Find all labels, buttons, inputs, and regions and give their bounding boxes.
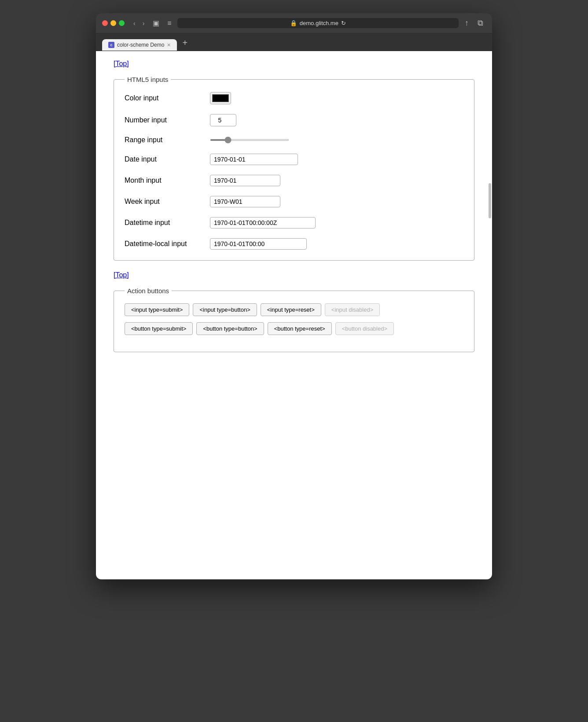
reload-icon[interactable]: ↻ <box>341 20 346 26</box>
datetime-input-row: Datetime input <box>125 217 463 228</box>
week-input-label: Week input <box>125 198 204 206</box>
datetime-local-input-row: Datetime-local input <box>125 238 463 250</box>
date-input-label: Date input <box>125 155 204 163</box>
color-input-label: Color input <box>125 94 204 102</box>
range-input-label: Range input <box>125 136 204 144</box>
html5-inputs-legend: HTML5 inputs <box>125 76 171 83</box>
range-input-row: Range input <box>125 136 463 144</box>
datetime-input[interactable] <box>210 217 316 228</box>
lock-icon: 🔒 <box>290 20 297 26</box>
datetime-input-label: Datetime input <box>125 219 204 227</box>
traffic-lights <box>102 20 125 26</box>
sidebar-toggle-button[interactable]: ▣ <box>151 18 162 28</box>
range-input[interactable] <box>210 139 289 141</box>
forward-button[interactable]: › <box>140 19 147 28</box>
number-input[interactable] <box>210 114 236 126</box>
month-input[interactable] <box>210 175 280 186</box>
date-input[interactable] <box>210 154 298 165</box>
top-link-1[interactable]: [Top] <box>114 60 129 68</box>
minimize-button[interactable] <box>110 20 116 26</box>
number-input-label: Number input <box>125 116 204 124</box>
title-bar: ‹ › ▣ ≡ 🔒 demo.glitch.me ↻ ↑ ⧉ <box>96 13 492 33</box>
tab-bar: c color-scheme Demo ✕ + <box>96 33 492 51</box>
week-input-row: Week input <box>125 196 463 207</box>
action-buttons-legend: Action buttons <box>125 287 172 295</box>
color-input-row: Color input <box>125 92 463 104</box>
hamburger-button[interactable]: ≡ <box>165 18 173 28</box>
color-input[interactable] <box>210 92 231 104</box>
maximize-button[interactable] <box>119 20 125 26</box>
date-input-row: Date input <box>125 154 463 165</box>
tab-favicon: c <box>108 42 114 48</box>
scrollbar[interactable] <box>489 183 491 218</box>
browser-window: ‹ › ▣ ≡ 🔒 demo.glitch.me ↻ ↑ ⧉ c color-s… <box>96 13 492 579</box>
input-reset-button[interactable]: <input type=reset> <box>261 303 321 316</box>
page-content: [Top] HTML5 inputs Color input Number in… <box>96 51 492 579</box>
button-reset-button[interactable]: <button type=reset> <box>268 322 332 335</box>
action-buttons-section: Action buttons <input type=submit> <inpu… <box>114 287 474 352</box>
close-button[interactable] <box>102 20 108 26</box>
month-input-row: Month input <box>125 175 463 186</box>
month-input-label: Month input <box>125 177 204 184</box>
nav-buttons: ‹ › <box>131 19 147 28</box>
input-submit-button[interactable]: <input type=submit> <box>125 303 189 316</box>
button-buttons-group: <button type=submit> <button type=button… <box>125 322 463 335</box>
button-button-button[interactable]: <button type=button> <box>196 322 264 335</box>
input-buttons-group: <input type=submit> <input type=button> … <box>125 303 463 316</box>
button-submit-button[interactable]: <button type=submit> <box>125 322 193 335</box>
new-tab-button[interactable]: + <box>179 36 191 50</box>
share-button[interactable]: ↑ <box>462 18 471 29</box>
week-input[interactable] <box>210 196 280 207</box>
html5-inputs-section: HTML5 inputs Color input Number input Ra… <box>114 76 474 261</box>
datetime-local-input[interactable] <box>210 238 307 250</box>
button-disabled-button: <button disabled> <box>335 322 394 335</box>
address-bar[interactable]: 🔒 demo.glitch.me ↻ <box>177 18 459 28</box>
back-button[interactable]: ‹ <box>131 19 138 28</box>
top-link-2[interactable]: [Top] <box>114 271 129 279</box>
datetime-local-input-label: Datetime-local input <box>125 240 204 248</box>
url-text: demo.glitch.me <box>300 20 338 26</box>
active-tab[interactable]: c color-scheme Demo ✕ <box>102 39 177 51</box>
input-disabled-button: <input disabled> <box>325 303 380 316</box>
number-input-row: Number input <box>125 114 463 126</box>
tabs-button[interactable]: ⧉ <box>475 18 486 29</box>
tab-close-button[interactable]: ✕ <box>167 42 171 48</box>
input-button-button[interactable]: <input type=button> <box>193 303 257 316</box>
tab-title: color-scheme Demo <box>117 42 164 48</box>
